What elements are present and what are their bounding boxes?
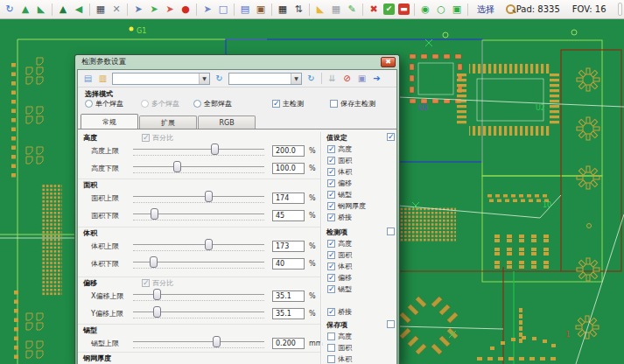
slider-thumb[interactable] bbox=[153, 289, 161, 300]
radio-single-pad[interactable]: 单个焊盘 bbox=[85, 99, 123, 108]
slider-thumb[interactable] bbox=[205, 239, 213, 250]
slider-thumb[interactable] bbox=[153, 306, 161, 318]
sort-az-icon[interactable]: ⇅ bbox=[291, 3, 305, 17]
value-input[interactable]: 40 bbox=[272, 258, 305, 270]
block-icon[interactable]: ⊘ bbox=[340, 72, 354, 85]
pad-circle-dot-icon[interactable]: ◉ bbox=[418, 3, 432, 17]
remove-icon[interactable]: ▬ bbox=[398, 4, 410, 15]
delete-icon[interactable]: ✖ bbox=[367, 3, 381, 17]
chevron-down-icon[interactable]: ▼ bbox=[199, 74, 209, 84]
radio-circle bbox=[85, 100, 93, 108]
slider-track[interactable] bbox=[133, 143, 264, 158]
slider-thumb[interactable] bbox=[151, 208, 158, 220]
ruler-icon[interactable]: ◣ bbox=[313, 3, 327, 17]
slider-thumb[interactable] bbox=[213, 336, 221, 347]
slider-thumb[interactable] bbox=[150, 256, 158, 268]
check-item[interactable]: 高度 bbox=[325, 238, 396, 249]
group-master-checkbox[interactable] bbox=[387, 320, 395, 328]
pin-blue-icon[interactable]: ➤ bbox=[131, 3, 145, 17]
group-master-checkbox[interactable] bbox=[387, 228, 395, 235]
check-item[interactable]: 体积 bbox=[325, 261, 396, 272]
slider-track[interactable] bbox=[133, 190, 264, 206]
mesh-icon[interactable]: ▦ bbox=[329, 3, 343, 17]
check-item[interactable]: 钢网厚度 bbox=[325, 200, 396, 212]
value-input[interactable]: 174 bbox=[272, 192, 305, 204]
pad-circle-icon[interactable]: ○ bbox=[434, 3, 448, 17]
slider-track[interactable] bbox=[133, 288, 264, 304]
slider-thumb[interactable] bbox=[173, 161, 181, 172]
camera-icon[interactable]: ▣ bbox=[254, 3, 268, 17]
slider-row: 面积上限174% bbox=[78, 189, 320, 206]
check-item[interactable]: 锡型 bbox=[325, 284, 396, 295]
slider-thumb[interactable] bbox=[205, 191, 213, 202]
horn-icon[interactable]: ◀ bbox=[72, 3, 86, 17]
image-icon[interactable]: ▦ bbox=[94, 3, 108, 17]
check-item[interactable]: 体积 bbox=[325, 166, 396, 178]
grid-black-icon[interactable]: ▦ bbox=[276, 3, 290, 17]
pin-green-icon[interactable]: ➤ bbox=[147, 3, 161, 17]
apply-profile-icon[interactable]: ↻ bbox=[213, 72, 226, 85]
value-input[interactable]: 0.200 bbox=[272, 338, 305, 349]
main-detect-checkbox[interactable]: 主检测 bbox=[272, 99, 304, 108]
check-item[interactable]: 偏移 bbox=[325, 272, 396, 284]
select-mode-label[interactable]: 选择 bbox=[477, 4, 494, 16]
import-icon[interactable]: ⇊ bbox=[326, 72, 339, 85]
magnifier-icon[interactable] bbox=[505, 4, 506, 15]
value-input[interactable]: 35.1 bbox=[272, 290, 305, 302]
check-item[interactable]: 高度 bbox=[325, 144, 396, 155]
save-main-detect-checkbox[interactable]: 保存主检测 bbox=[330, 99, 375, 108]
check-item[interactable]: 高度 bbox=[325, 331, 396, 342]
value-input[interactable]: 45 bbox=[272, 210, 305, 221]
apply-padtype-icon[interactable]: ↻ bbox=[305, 72, 318, 85]
slider-row: 体积上限173% bbox=[78, 237, 320, 255]
radio-multi-pad[interactable]: 多个焊盘 bbox=[141, 99, 179, 108]
edit-chart-icon[interactable]: ✎ bbox=[345, 3, 359, 17]
zoom-area-icon[interactable]: ▲ bbox=[18, 3, 32, 17]
slider-thumb[interactable] bbox=[211, 144, 219, 155]
zoom-board-icon[interactable]: ◣ bbox=[34, 3, 48, 17]
check-item[interactable]: 面积 bbox=[325, 155, 396, 166]
flag-icon[interactable]: ▲ bbox=[56, 3, 70, 17]
rect-select-icon[interactable]: □ bbox=[216, 3, 230, 17]
slider-track[interactable] bbox=[133, 238, 264, 254]
check-item[interactable]: 偏移 bbox=[325, 178, 396, 189]
group-master-checkbox[interactable] bbox=[387, 133, 395, 141]
dialog-title: 检测参数设置 bbox=[81, 57, 126, 67]
location-pin-icon[interactable]: ● bbox=[179, 3, 193, 17]
check-item[interactable]: 桥接 bbox=[325, 212, 396, 223]
percent-checkbox[interactable]: 百分比 bbox=[142, 278, 173, 288]
tools-icon[interactable]: ✕ bbox=[109, 3, 123, 17]
check-item[interactable]: 体积 bbox=[325, 354, 396, 364]
close-button[interactable]: ✖ bbox=[381, 57, 396, 67]
add-profile-icon[interactable]: ▥ bbox=[96, 72, 109, 85]
slider-track[interactable] bbox=[133, 160, 264, 176]
slider-track[interactable] bbox=[133, 256, 264, 271]
pin-slate-icon[interactable]: ➤ bbox=[200, 3, 214, 17]
profile-combobox[interactable]: ▼ bbox=[112, 73, 210, 85]
value-input[interactable]: 200.0 bbox=[272, 145, 305, 157]
check-item[interactable]: 桥接 bbox=[325, 306, 396, 318]
check-item[interactable]: 面积 bbox=[325, 342, 396, 354]
check-item[interactable]: 面积 bbox=[325, 249, 396, 261]
slider-track[interactable] bbox=[133, 335, 264, 351]
slider-track[interactable] bbox=[133, 305, 264, 321]
percent-checkbox[interactable]: 百分比 bbox=[142, 133, 173, 143]
value-input[interactable]: 100.0 bbox=[272, 163, 305, 174]
pin-red-icon[interactable]: ➤ bbox=[163, 3, 177, 17]
radio-all-pads[interactable]: 全部焊盘 bbox=[193, 99, 232, 108]
check-item[interactable]: 锡型 bbox=[325, 189, 396, 200]
slider-track[interactable] bbox=[133, 207, 264, 223]
save-icon[interactable]: ▣ bbox=[355, 72, 368, 85]
pad-type-combobox[interactable]: ▼ bbox=[228, 73, 302, 85]
pad-square-icon[interactable]: ▣ bbox=[450, 3, 464, 17]
toolbar-separator bbox=[321, 73, 322, 84]
dialog-titlebar[interactable]: 检测参数设置 ✖ bbox=[75, 55, 399, 69]
chevron-down-icon[interactable]: ▼ bbox=[291, 74, 301, 84]
history-icon[interactable]: ↻ bbox=[3, 3, 17, 17]
value-input[interactable]: 35.1 bbox=[272, 308, 305, 319]
value-input[interactable]: 173 bbox=[272, 241, 305, 252]
apply-icon[interactable]: ✔ bbox=[383, 4, 395, 15]
new-profile-icon[interactable]: ▤ bbox=[81, 72, 95, 85]
table-icon[interactable]: ▤ bbox=[238, 3, 252, 17]
exit-icon[interactable]: ➔ bbox=[370, 72, 383, 85]
